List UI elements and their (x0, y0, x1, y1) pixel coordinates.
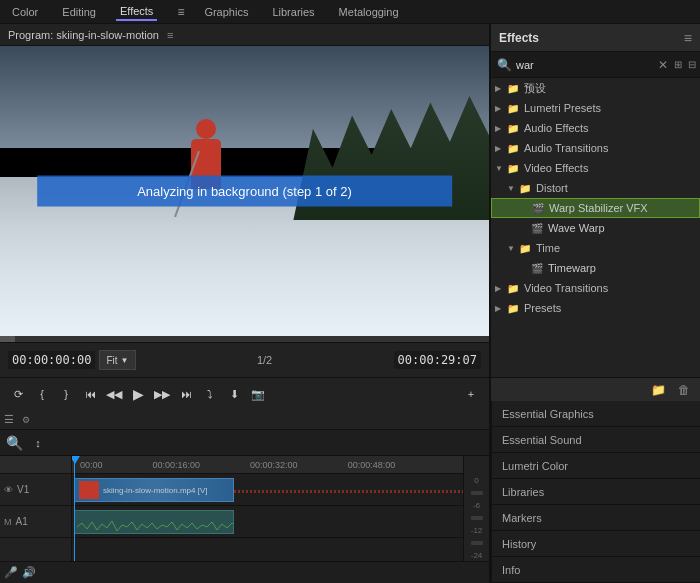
folder-time-icon: 📁 (519, 243, 533, 254)
effect-wave-icon: 🎬 (531, 223, 545, 234)
add-marker-button[interactable]: + (461, 384, 481, 404)
timeline-body: 👁 V1 M A1 00:00 00:00:16:00 00:00:32:00 (0, 456, 489, 561)
audio-waveform-svg (77, 519, 234, 534)
tree-item-distort[interactable]: ▼ 📁 Distort (491, 178, 700, 198)
arrow-time: ▼ (507, 244, 519, 253)
arrow-video-effects: ▼ (495, 164, 507, 173)
tab-markers[interactable]: Markers (492, 505, 700, 531)
nav-effects[interactable]: Effects (116, 3, 157, 21)
folder-video-trans-icon: 📁 (507, 283, 521, 294)
folder-video-icon: 📁 (507, 163, 521, 174)
step-fwd-button[interactable]: ▶▶ (152, 384, 172, 404)
track-a1-name: A1 (16, 516, 28, 527)
track-eye-icon[interactable]: 👁 (4, 485, 13, 495)
nav-color[interactable]: Color (8, 4, 42, 20)
scrubber-bar[interactable] (0, 336, 489, 342)
effects-search-input[interactable] (516, 59, 654, 71)
nav-metalogging[interactable]: Metalogging (335, 4, 403, 20)
tree-label-audio-transitions: Audio Transitions (524, 142, 696, 154)
vol-bar-3 (471, 541, 483, 545)
new-folder-btn[interactable]: 📁 (647, 381, 670, 399)
effects-menu-icon[interactable]: ≡ (684, 30, 692, 46)
search-filter-btn-1[interactable]: ⊞ (672, 58, 684, 71)
timeline-zoom-out[interactable]: 🔍 (4, 433, 24, 453)
mark-in-button[interactable]: { (32, 384, 52, 404)
nav-libraries[interactable]: Libraries (268, 4, 318, 20)
video-clip[interactable]: skiing-in-slow-motion.mp4 [V] (74, 478, 234, 502)
nav-graphics[interactable]: Graphics (200, 4, 252, 20)
tree-item-audio-transitions[interactable]: ▶ 📁 Audio Transitions (491, 138, 700, 158)
tab-lumetri-color[interactable]: Lumetri Color (492, 453, 700, 479)
timecode-start: 00:00:00:00 (8, 351, 95, 369)
vol-0: 0 (474, 476, 478, 485)
mark-out-button[interactable]: } (56, 384, 76, 404)
folder-distort-icon: 📁 (519, 183, 533, 194)
tree-item-wave-warp[interactable]: 🎬 Wave Warp (491, 218, 700, 238)
overwrite-button[interactable]: ⬇ (224, 384, 244, 404)
timeline-options-icon[interactable]: ⚙ (22, 415, 30, 425)
tab-history[interactable]: History (492, 531, 700, 557)
arrow-presets: ▶ (495, 304, 507, 313)
resolution-fraction: 1/2 (257, 354, 272, 366)
tree-label-audio-effects: Audio Effects (524, 122, 696, 134)
skier-head (196, 119, 216, 139)
top-navigation: Color Editing Effects ≡ Graphics Librari… (0, 0, 700, 24)
tab-essential-graphics[interactable]: Essential Graphics (492, 401, 700, 427)
tree-item-video-effects[interactable]: ▼ 📁 Video Effects (491, 158, 700, 178)
tree-label-timewarp: Timewarp (548, 262, 696, 274)
track-content[interactable]: 00:00 00:00:16:00 00:00:32:00 00:00:48:0… (72, 456, 463, 561)
vol-6: -6 (473, 501, 480, 510)
video-preview: Analyzing in background (step 1 of 2) (0, 46, 489, 336)
insert-button[interactable]: ⤵ (200, 384, 220, 404)
step-back-button[interactable]: ◀◀ (104, 384, 124, 404)
tree-item-presets[interactable]: ▶ 📁 Presets (491, 298, 700, 318)
effect-warp-icon: 🎬 (532, 203, 546, 214)
delete-effect-btn[interactable]: 🗑 (674, 381, 694, 399)
mic-icon[interactable]: 🎤 (4, 566, 18, 579)
next-edit-button[interactable]: ⏭ (176, 384, 196, 404)
tree-item-lumetri-presets[interactable]: ▶ 📁 Lumetri Presets (491, 98, 700, 118)
nav-effects-menu[interactable]: ≡ (177, 5, 184, 19)
program-menu-icon[interactable]: ≡ (167, 29, 173, 41)
tree-label-distort: Distort (536, 182, 696, 194)
playhead[interactable] (74, 456, 75, 561)
timeline-menu-icon[interactable]: ☰ (4, 413, 14, 426)
search-actions: ⊞ ⊟ ⊠ (672, 58, 700, 71)
timeline-ruler: 00:00 00:00:16:00 00:00:32:00 00:00:48:0… (72, 456, 463, 474)
effects-panel-title: Effects (499, 31, 539, 45)
audio-clip[interactable] (74, 510, 234, 534)
play-button[interactable]: ▶ (128, 384, 148, 404)
tree-item-time[interactable]: ▼ 📁 Time (491, 238, 700, 258)
tree-item-warp-stabilizer[interactable]: 🎬 Warp Stabilizer VFX (491, 198, 700, 218)
track-row-a1 (72, 506, 463, 538)
search-filter-btn-2[interactable]: ⊟ (686, 58, 698, 71)
mic-section: 🎤 🔊 (0, 561, 489, 583)
tree-label-time: Time (536, 242, 696, 254)
arrow-distort: ▼ (507, 184, 519, 193)
tree-item-presets-cn[interactable]: ▶ 📁 预设 (491, 78, 700, 98)
tree-item-video-transitions[interactable]: ▶ 📁 Video Transitions (491, 278, 700, 298)
track-labels: 👁 V1 M A1 (0, 456, 72, 561)
search-clear-button[interactable]: ✕ (658, 58, 668, 72)
ruler-16: 00:00:16:00 (153, 460, 201, 470)
effects-tree: ▶ 📁 预设 ▶ 📁 Lumetri Presets ▶ 📁 Audio Eff… (491, 78, 700, 377)
tree-label-presets-cn: 预设 (524, 81, 696, 96)
timeline-track-select[interactable]: ↕ (28, 433, 48, 453)
transport-controls: ⟳ { } ⏮ ◀◀ ▶ ▶▶ ⏭ ⤵ ⬇ 📷 + (0, 378, 489, 410)
prev-edit-button[interactable]: ⏮ (80, 384, 100, 404)
effects-footer: 📁 🗑 (491, 377, 700, 401)
tree-item-timewarp[interactable]: 🎬 Timewarp (491, 258, 700, 278)
fit-dropdown[interactable]: Fit ▼ (99, 350, 135, 370)
export-frame-button[interactable]: 📷 (248, 384, 268, 404)
tab-libraries[interactable]: Libraries (492, 479, 700, 505)
nav-editing[interactable]: Editing (58, 4, 100, 20)
folder-presets-icon: 📁 (507, 303, 521, 314)
speaker-icon[interactable]: 🔊 (22, 566, 36, 579)
vol-24: -24 (471, 551, 483, 560)
track-mute-icon[interactable]: M (4, 517, 12, 527)
tab-essential-sound[interactable]: Essential Sound (492, 427, 700, 453)
tree-label-video-transitions: Video Transitions (524, 282, 696, 294)
tree-item-audio-effects[interactable]: ▶ 📁 Audio Effects (491, 118, 700, 138)
tab-info[interactable]: Info (492, 557, 700, 583)
loop-button[interactable]: ⟳ (8, 384, 28, 404)
